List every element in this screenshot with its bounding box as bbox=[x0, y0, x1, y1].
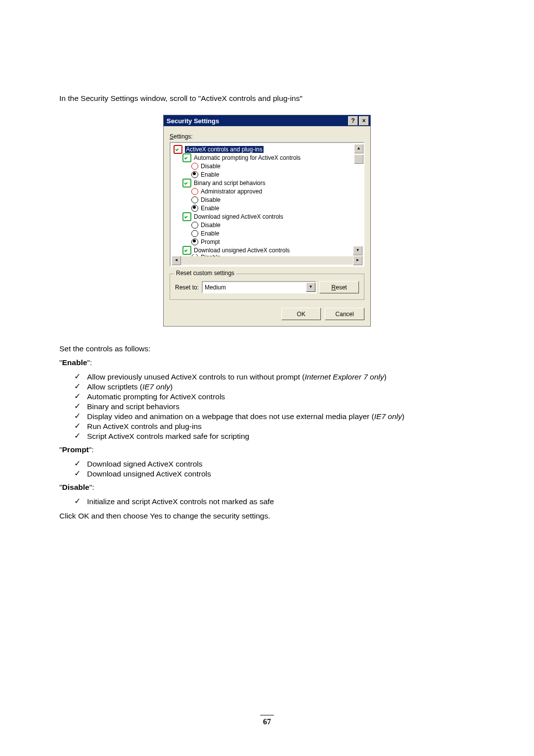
list-item: Allow scriptlets (IE7 only) bbox=[87, 382, 475, 392]
list-item: Display video and animation on a webpage… bbox=[87, 412, 475, 422]
scroll-thumb[interactable] bbox=[354, 154, 363, 164]
tree-category-auto-prompt[interactable]: Automatic prompting for ActiveX controls bbox=[174, 153, 363, 162]
radio-icon[interactable] bbox=[191, 188, 198, 195]
intro-text: In the Security Settings window, scroll … bbox=[59, 94, 475, 103]
chevron-down-icon[interactable]: ▼ bbox=[306, 283, 315, 292]
page-number: 67 bbox=[0, 717, 534, 726]
tree-label: Download unsigned ActiveX controls bbox=[194, 247, 290, 254]
tree-option-enable[interactable]: Enable bbox=[174, 204, 363, 212]
radio-icon[interactable] bbox=[191, 196, 198, 203]
scroll-down-button[interactable]: ▼ bbox=[353, 246, 362, 255]
prompt-heading: "Prompt": bbox=[59, 445, 475, 454]
tree-label: ActiveX controls and plug-ins bbox=[185, 146, 264, 153]
prompt-list: Download signed ActiveX controls Downloa… bbox=[59, 459, 475, 479]
tree-label: Binary and script behaviors bbox=[194, 180, 266, 187]
tree-option-disable[interactable]: Disable bbox=[174, 221, 363, 229]
reset-to-combo[interactable]: Medium ▼ bbox=[202, 281, 316, 293]
scroll-track[interactable] bbox=[181, 256, 353, 265]
tree-label: Enable bbox=[201, 171, 219, 178]
tree-option-disable[interactable]: Disable bbox=[174, 162, 363, 170]
dialog-title: Security Settings bbox=[167, 117, 219, 125]
radio-icon[interactable] bbox=[191, 171, 198, 178]
disable-list: Initialize and script ActiveX controls n… bbox=[59, 497, 475, 507]
radio-icon[interactable] bbox=[191, 222, 198, 229]
set-controls-para: Set the controls as follows: bbox=[59, 344, 475, 353]
radio-icon[interactable] bbox=[191, 238, 198, 245]
reset-to-label: Reset to: bbox=[175, 284, 199, 291]
disable-heading: "Disable": bbox=[59, 483, 475, 492]
cancel-button[interactable]: Cancel bbox=[325, 308, 364, 320]
tree-option-admin-approved[interactable]: Administrator approved bbox=[174, 187, 363, 195]
tree-option-prompt[interactable]: Prompt bbox=[174, 237, 363, 246]
dialog-titlebar[interactable]: Security Settings ? × bbox=[164, 115, 370, 126]
scroll-left-button[interactable]: ◄ bbox=[172, 256, 181, 265]
tree-label: Automatic prompting for ActiveX controls bbox=[194, 154, 301, 161]
reset-custom-settings-group: Reset custom settings Reset to: Medium ▼… bbox=[170, 274, 364, 300]
category-icon bbox=[182, 153, 191, 162]
tree-label: Disable bbox=[201, 196, 221, 203]
tree-label: Administrator approved bbox=[201, 188, 262, 195]
list-item: Download signed ActiveX controls bbox=[87, 459, 475, 469]
list-item: Script ActiveX controls marked safe for … bbox=[87, 431, 475, 441]
h-scrollbar[interactable]: ◄ ► bbox=[172, 256, 362, 265]
click-ok-para: Click OK and then choose Yes to change t… bbox=[59, 512, 475, 520]
help-button[interactable]: ? bbox=[348, 116, 358, 126]
tree-category-download-unsigned[interactable]: Download unsigned ActiveX controls bbox=[174, 246, 363, 254]
security-settings-dialog: Security Settings ? × Settings: ActiveX … bbox=[163, 115, 371, 327]
tree-label: Disable bbox=[201, 163, 221, 170]
ok-button[interactable]: OK bbox=[281, 308, 321, 320]
category-icon bbox=[174, 145, 182, 154]
tree-label: Prompt bbox=[201, 238, 220, 245]
close-button[interactable]: × bbox=[359, 116, 369, 126]
list-item: Download unsigned ActiveX controls bbox=[87, 469, 475, 479]
footer-rule bbox=[260, 715, 274, 715]
tree-label: Disable bbox=[201, 222, 221, 229]
radio-icon[interactable] bbox=[191, 163, 198, 170]
category-icon bbox=[182, 212, 191, 221]
category-icon bbox=[182, 246, 191, 255]
list-item: Run ActiveX controls and plug-ins bbox=[87, 422, 475, 431]
list-item: Binary and script behaviors bbox=[87, 402, 475, 412]
list-item: Automatic prompting for ActiveX controls bbox=[87, 392, 475, 402]
scroll-up-button[interactable]: ▲ bbox=[354, 144, 363, 153]
enable-list: Allow previously unused ActiveX controls… bbox=[59, 372, 475, 441]
settings-tree[interactable]: ActiveX controls and plug-ins Automatic … bbox=[170, 142, 364, 267]
tree-label: Download signed ActiveX controls bbox=[194, 213, 283, 220]
fieldset-legend: Reset custom settings bbox=[174, 270, 236, 277]
radio-icon[interactable] bbox=[191, 230, 198, 237]
tree-label: Enable bbox=[201, 230, 219, 237]
scroll-right-button[interactable]: ► bbox=[353, 256, 362, 265]
tree-option-enable[interactable]: Enable bbox=[174, 229, 363, 237]
combo-value: Medium bbox=[205, 284, 226, 291]
list-item: Initialize and script ActiveX controls n… bbox=[87, 497, 475, 507]
tree-category-activex[interactable]: ActiveX controls and plug-ins bbox=[174, 145, 363, 153]
tree-category-binary-script[interactable]: Binary and script behaviors bbox=[174, 179, 363, 187]
category-icon bbox=[182, 179, 191, 188]
reset-button[interactable]: Reset bbox=[319, 281, 359, 293]
page-footer: 67 bbox=[0, 715, 534, 726]
radio-icon[interactable] bbox=[191, 205, 198, 212]
list-item: Allow previously unused ActiveX controls… bbox=[87, 372, 475, 382]
enable-heading: "Enable": bbox=[59, 358, 475, 367]
tree-option-disable[interactable]: Disable bbox=[174, 195, 363, 204]
tree-option-enable[interactable]: Enable bbox=[174, 170, 363, 179]
settings-label: Settings: bbox=[170, 133, 364, 140]
tree-label: Enable bbox=[201, 205, 219, 212]
tree-category-download-signed[interactable]: Download signed ActiveX controls bbox=[174, 212, 363, 221]
